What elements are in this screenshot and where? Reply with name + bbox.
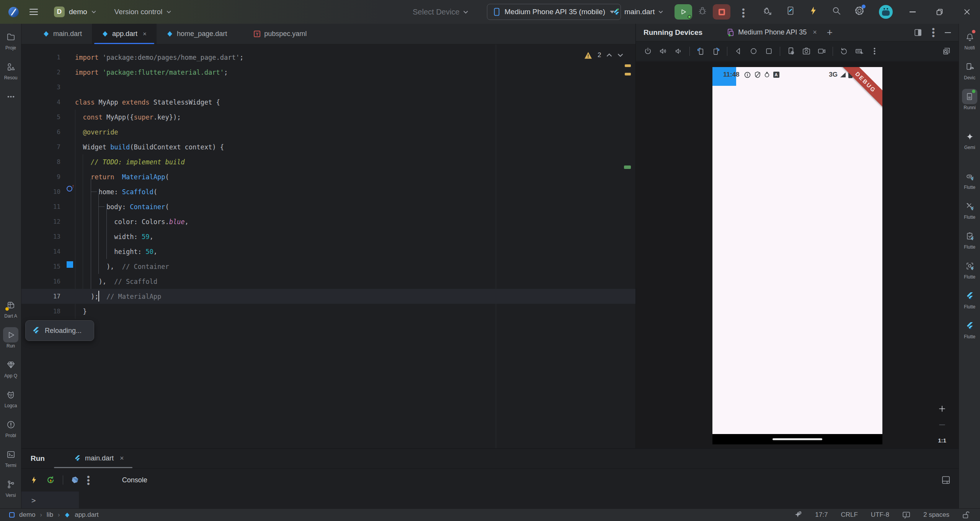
color-preview-swatch[interactable] xyxy=(67,261,73,268)
next-problem-icon[interactable] xyxy=(617,53,623,57)
version-control-menu[interactable]: Version control xyxy=(114,8,172,16)
code-line[interactable]: 12 color: Colors.blue, xyxy=(21,214,635,229)
device-selector[interactable]: Medium Phone API 35 (mobile) xyxy=(487,4,621,20)
code-line[interactable]: 7 Widget build(BuildContext context) { xyxy=(21,139,635,154)
main-menu-icon[interactable] xyxy=(29,7,38,17)
tab-home-page-dart[interactable]: home_page.dart xyxy=(157,24,237,44)
back-icon[interactable] xyxy=(734,47,743,56)
stripe-item-flutter-deep-links[interactable]: Flutte xyxy=(959,169,980,190)
code-line[interactable]: 9 return MaterialApp( xyxy=(21,169,635,184)
device-settings-icon[interactable] xyxy=(787,47,795,56)
code-line[interactable]: 17 ); // MaterialApp xyxy=(21,289,635,304)
profile-avatar[interactable] xyxy=(879,5,893,19)
hot-restart-icon[interactable] xyxy=(46,475,55,485)
emulator-screen[interactable]: 11:48 A 3G DEBUG xyxy=(712,67,882,444)
zoom-ratio[interactable]: 1:1 xyxy=(938,437,946,444)
volume-up-icon[interactable] xyxy=(659,47,668,56)
code-line[interactable]: 3 xyxy=(21,80,635,95)
home-icon[interactable] xyxy=(749,47,758,56)
stripe-item-version-control[interactable]: Versi xyxy=(0,477,21,498)
close-tab-icon[interactable]: × xyxy=(143,30,147,38)
dart-app-icon[interactable] xyxy=(71,476,79,484)
stripe-item-terminal[interactable]: Termi xyxy=(0,447,21,468)
close-run-tab-icon[interactable]: × xyxy=(120,454,124,462)
run-tab-main-dart[interactable]: main.dart × xyxy=(69,449,129,468)
stripe-item-notifications[interactable]: Notifi xyxy=(959,29,980,51)
keyboard-icon[interactable] xyxy=(855,47,864,56)
power-icon[interactable] xyxy=(644,47,652,56)
zoom-in-icon[interactable] xyxy=(938,405,946,413)
code-line[interactable]: 16 ), // Scaffold xyxy=(21,274,635,289)
prev-problem-icon[interactable] xyxy=(606,53,612,57)
code-line[interactable]: 6 @override xyxy=(21,125,635,139)
code-editor[interactable]: 1import 'package:demo/pages/home_page.da… xyxy=(21,44,635,448)
hot-reload-icon[interactable] xyxy=(30,476,38,484)
zoom-out-icon[interactable] xyxy=(938,421,946,429)
select-device-dropdown[interactable]: Select Device xyxy=(413,0,468,24)
code-line[interactable]: 1import 'package:demo/pages/home_page.da… xyxy=(21,50,635,65)
more-actions-icon[interactable]: ••• xyxy=(742,8,745,18)
unlocked-icon[interactable] xyxy=(962,511,969,519)
console-prompt-gutter[interactable]: > xyxy=(21,492,79,509)
code-line[interactable]: 11 body: Container( xyxy=(21,199,635,214)
code-line[interactable]: 14 height: 50, xyxy=(21,244,635,259)
hide-panel-icon[interactable] xyxy=(945,32,951,33)
stripe-item-flutter-coverage[interactable]: Flutte xyxy=(959,228,980,250)
stripe-item-problems[interactable]: Probl xyxy=(0,417,21,438)
device-manager-icon[interactable] xyxy=(786,6,795,16)
console-tab[interactable]: Console xyxy=(122,476,147,484)
code-line[interactable]: 18 } xyxy=(21,304,635,319)
tab-app-dart[interactable]: app.dart × xyxy=(92,24,157,44)
code-line[interactable]: 5 const MyApp({super.key}); xyxy=(21,110,635,125)
attach-debugger-icon[interactable] xyxy=(763,6,773,16)
overview-icon[interactable] xyxy=(764,47,773,56)
screenshot-icon[interactable] xyxy=(802,47,811,56)
stripe-item-flutter-tools[interactable]: Flutte xyxy=(959,198,980,220)
console-options-icon[interactable]: ••• xyxy=(87,475,90,485)
stripe-item-flutter-performance[interactable]: Flutte xyxy=(959,318,980,339)
run-configuration-dropdown[interactable]: main.dart xyxy=(612,0,663,24)
breadcrumb[interactable]: demo › lib › app.dart xyxy=(0,511,99,519)
stripe-item-project[interactable]: Proje xyxy=(0,29,21,51)
code-line[interactable]: 13 width: 59, xyxy=(21,229,635,244)
window-minimize-button[interactable] xyxy=(904,0,921,24)
stripe-item-gemini[interactable]: Gemi xyxy=(959,129,980,150)
stripe-item-flutter-outline[interactable]: Flutte xyxy=(959,288,980,310)
window-close-button[interactable] xyxy=(959,0,975,24)
stripe-item-device-manager[interactable]: Devic xyxy=(959,59,980,80)
stripe-item-logcat[interactable]: Logca xyxy=(0,387,21,408)
record-icon[interactable] xyxy=(817,47,826,56)
caret-position[interactable]: 17:7 xyxy=(815,511,828,519)
code-line[interactable]: 4class MyApp extends StatelessWidget { xyxy=(21,95,635,110)
notification-icon[interactable] xyxy=(902,511,910,519)
stripe-item-run[interactable]: Run xyxy=(0,327,21,349)
stripe-item-resource-manager[interactable]: Resou xyxy=(0,59,21,80)
panel-options-icon[interactable]: ••• xyxy=(932,27,935,38)
device-tab[interactable]: Medium Phone API 35 × xyxy=(727,28,817,36)
close-device-tab-icon[interactable]: × xyxy=(813,28,817,36)
stop-button[interactable] xyxy=(713,4,730,20)
stripe-item-running-devices[interactable]: Runni xyxy=(959,89,980,110)
indent-setting[interactable]: 2 spaces xyxy=(923,511,949,519)
stripe-item-flutter-inspector[interactable]: Flutte xyxy=(959,258,980,280)
hot-reload-icon[interactable] xyxy=(808,6,818,16)
tab-main-dart[interactable]: main.dart xyxy=(33,24,92,44)
encoding[interactable]: UTF-8 xyxy=(871,511,889,519)
rotate-right-icon[interactable] xyxy=(712,47,720,56)
settings-gear-icon[interactable] xyxy=(854,6,864,16)
zoom-mode-icon[interactable] xyxy=(942,47,951,56)
stripe-item-dart-analysis[interactable]: Dart A xyxy=(0,297,21,319)
layout-options-icon[interactable] xyxy=(914,29,922,36)
override-gutter-icon[interactable] xyxy=(67,186,72,192)
add-device-icon[interactable]: + xyxy=(827,26,833,38)
more-v-icon[interactable] xyxy=(870,47,879,56)
debug-button[interactable] xyxy=(697,6,707,16)
code-line[interactable]: 15 ), // Container xyxy=(21,259,635,274)
run-button[interactable] xyxy=(675,4,692,20)
window-restore-button[interactable] xyxy=(931,0,948,24)
volume-down-icon[interactable] xyxy=(674,47,683,56)
line-ending[interactable]: CRLF xyxy=(841,511,858,519)
stripe-item-app-quality-insights[interactable]: App Q xyxy=(0,357,21,378)
ai-assistant-disabled-icon[interactable] xyxy=(794,511,802,519)
code-line[interactable]: 19} xyxy=(21,319,635,334)
